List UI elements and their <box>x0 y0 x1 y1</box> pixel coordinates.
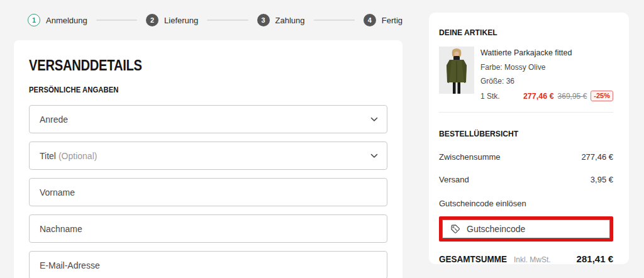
salutation-select-label: Anrede <box>40 114 68 125</box>
order-overview-section: BESTELLÜBERSICHT <box>439 128 613 139</box>
chevron-down-icon <box>370 117 378 122</box>
order-overview-title: BESTELLÜBERSICHT <box>439 129 518 138</box>
section-title-personal-data: PERSÖNLICHE ANGABEN <box>29 86 119 94</box>
grand-total-value: 281,41 € <box>577 253 613 264</box>
email-input[interactable]: E-Mail-Adresse <box>29 251 387 278</box>
subtotal-label: Zwischensumme <box>439 152 501 162</box>
step-number-badge: 2 <box>146 14 158 26</box>
shipping-label: Versand <box>439 175 469 184</box>
step-lieferung[interactable]: 2 Lieferung <box>146 14 198 26</box>
product-info: Wattierte Parkajacke fitted Farbe: Mossy… <box>480 47 613 101</box>
discount-badge: -25% <box>591 91 613 101</box>
step-label: Zahlung <box>275 16 305 25</box>
voucher-code-input[interactable]: Gutscheincode <box>442 220 610 238</box>
chevron-down-icon <box>370 153 378 158</box>
current-price: 277,46 € <box>523 92 554 101</box>
order-summary-sidebar: DEINE ARTIKEL Wattierte Parkajacke fitte… <box>429 13 629 264</box>
checkout-stepper: 1 Anmeldung 2 Lieferung 3 Zahlung 4 Fert… <box>14 0 402 40</box>
personal-data-fields: Anrede Titel (Optional) Vorname Nachname… <box>29 105 387 278</box>
shipping-value: 3,95 € <box>591 175 613 184</box>
first-name-placeholder: Vorname <box>40 187 75 197</box>
step-label: Fertig <box>382 16 402 25</box>
step-number-badge: 1 <box>28 14 40 26</box>
grand-total-label-group: GESAMTSUMME Inkl. MwSt. <box>439 253 551 264</box>
title-select-label: Titel <box>40 151 56 161</box>
product-quantity: 1 Stk. <box>480 92 500 101</box>
first-name-input[interactable]: Vorname <box>29 178 387 206</box>
sidebar-divider <box>439 112 613 113</box>
vat-included-note: Inkl. MwSt. <box>514 255 551 264</box>
email-placeholder: E-Mail-Adresse <box>40 260 100 270</box>
salutation-select[interactable]: Anrede <box>29 105 387 133</box>
product-name: Wattierte Parkajacke fitted <box>480 48 613 57</box>
title-select[interactable]: Titel (Optional) <box>29 142 387 170</box>
step-number-badge: 3 <box>257 14 270 26</box>
voucher-code-placeholder: Gutscheincode <box>467 224 525 234</box>
grand-total-label: GESAMTSUMME <box>439 253 507 264</box>
tag-icon <box>450 224 460 234</box>
last-name-input[interactable]: Nachname <box>29 214 387 243</box>
step-fertig[interactable]: 4 Fertig <box>364 14 402 26</box>
product-color: Farbe: Mossy Olive <box>480 63 613 72</box>
subtotal-row: Zwischensumme 277,46 € <box>439 152 613 162</box>
cart-item-row: Wattierte Parkajacke fitted Farbe: Mossy… <box>439 47 613 101</box>
price-group: 277,46 € 369,95 € -25% <box>523 91 613 101</box>
grand-total-row: GESAMTSUMME Inkl. MwSt. 281,41 € <box>439 253 613 264</box>
voucher-redeem-label: Gutscheincode einlösen <box>439 199 613 208</box>
step-connector-line <box>96 19 137 21</box>
your-articles-title: DEINE ARTIKEL <box>439 28 497 37</box>
original-price: 369,95 € <box>558 92 587 101</box>
subtotal-value: 277,46 € <box>581 152 613 162</box>
step-zahlung[interactable]: 3 Zahlung <box>257 14 305 26</box>
product-size: Größe: 36 <box>480 77 613 86</box>
step-label: Anmeldung <box>46 16 87 25</box>
shipping-row: Versand 3,95 € <box>439 175 613 184</box>
step-connector-line <box>314 19 355 21</box>
title-select-optional-hint: (Optional) <box>58 151 97 161</box>
product-thumbnail-image <box>439 47 474 94</box>
quantity-price-row: 1 Stk. 277,46 € 369,95 € -25% <box>480 91 613 101</box>
checkout-left-column: 1 Anmeldung 2 Lieferung 3 Zahlung 4 Fert… <box>14 0 402 278</box>
step-connector-line <box>207 19 248 21</box>
page-title: VERSANDDETAILS <box>29 57 142 74</box>
step-anmeldung[interactable]: 1 Anmeldung <box>28 14 87 26</box>
last-name-placeholder: Nachname <box>40 224 82 234</box>
voucher-highlight-annotation: Gutscheincode <box>439 216 613 242</box>
shipping-details-card: VERSANDDETAILS PERSÖNLICHE ANGABEN Anred… <box>14 40 402 278</box>
step-label: Lieferung <box>164 16 198 25</box>
step-number-badge: 4 <box>364 14 376 26</box>
